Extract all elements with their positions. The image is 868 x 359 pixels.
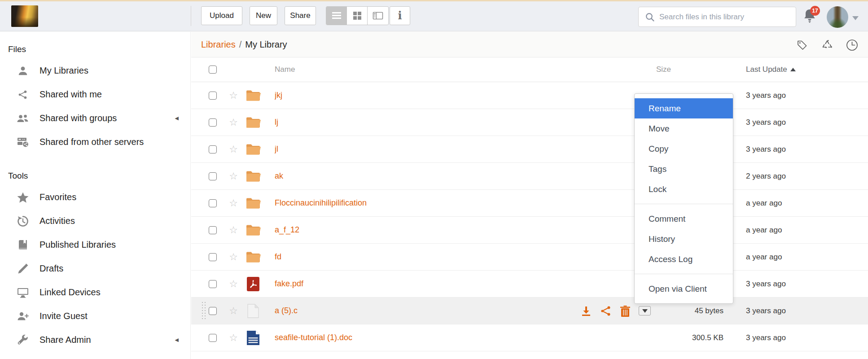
userplus-icon: [16, 311, 30, 322]
menu-item-lock[interactable]: Lock: [635, 179, 733, 199]
favorite-star-icon[interactable]: ☆: [228, 91, 238, 101]
menu-item-copy[interactable]: Copy: [635, 139, 733, 159]
row-checkbox[interactable]: [209, 253, 217, 261]
menu-item-history[interactable]: History: [635, 229, 733, 249]
main-content: Libraries / My Library: [191, 32, 868, 359]
row-checkbox[interactable]: [209, 172, 217, 180]
last-update: a year ago: [746, 226, 859, 235]
table-row[interactable]: ☆fake.pdf3 years ago: [191, 271, 868, 298]
row-checkbox[interactable]: [209, 307, 217, 315]
favorite-star-icon[interactable]: ☆: [228, 198, 238, 208]
menu-item-rename[interactable]: Rename: [635, 98, 733, 118]
upload-button[interactable]: Upload: [201, 6, 242, 25]
file-name-link[interactable]: jl: [275, 144, 656, 154]
column-header-name[interactable]: Name: [275, 65, 656, 74]
sidebar-item-shared-with-me[interactable]: Shared with me: [0, 83, 190, 106]
last-update: 3 years ago: [746, 145, 859, 154]
more-actions-toggle[interactable]: [639, 306, 651, 315]
sidebar-item-my-libraries[interactable]: My Libraries: [0, 59, 190, 83]
file-name-link[interactable]: ak: [275, 171, 656, 181]
new-button[interactable]: New: [250, 6, 277, 25]
row-checkbox[interactable]: [209, 226, 217, 234]
file-name-link[interactable]: seafile-tutorial (1).doc: [275, 333, 656, 342]
column-header-size[interactable]: Size: [656, 65, 723, 74]
sidebar-item-shared-from-other-servers[interactable]: Shared from other servers: [0, 130, 190, 154]
last-update: 3 years ago: [746, 118, 859, 127]
row-checkbox[interactable]: [209, 118, 217, 127]
favorite-star-icon[interactable]: ☆: [228, 225, 238, 235]
notifications-button[interactable]: 17: [802, 8, 822, 27]
table-row[interactable]: ☆a_f_12a year ago: [191, 217, 868, 244]
collapse-icon[interactable]: ◀: [175, 337, 179, 343]
detail-view-button[interactable]: [368, 7, 388, 25]
table-row[interactable]: ☆fda year ago: [191, 244, 868, 271]
table-row[interactable]: ☆a (5).c45 bytes3 years ago: [191, 298, 868, 324]
app-logo[interactable]: [11, 5, 38, 27]
table-row[interactable]: ☆jkj3 years ago: [191, 82, 868, 109]
row-checkbox[interactable]: [209, 280, 217, 288]
sidebar-item-published-libraries[interactable]: Published Libraries: [0, 233, 190, 257]
table-row[interactable]: ☆seafile-tutorial (1).doc300.5 KB3 years…: [191, 324, 868, 351]
file-name-link[interactable]: fd: [275, 252, 656, 262]
menu-divider: [635, 274, 733, 274]
column-header-last-update[interactable]: Last Update: [746, 65, 859, 74]
search-input[interactable]: [659, 13, 796, 22]
row-checkbox[interactable]: [209, 334, 217, 342]
breadcrumb-libraries-link[interactable]: Libraries: [201, 39, 236, 50]
sidebar-item-drafts[interactable]: Drafts: [0, 257, 190, 280]
menu-item-comment[interactable]: Comment: [635, 209, 733, 229]
download-icon[interactable]: [580, 305, 592, 317]
avatar[interactable]: [827, 6, 848, 28]
collapse-icon[interactable]: ◀: [175, 115, 179, 121]
favorite-star-icon[interactable]: ☆: [228, 333, 238, 343]
row-checkbox[interactable]: [209, 199, 217, 207]
favorite-star-icon[interactable]: ☆: [228, 171, 238, 181]
file-name-link[interactable]: lj: [275, 118, 656, 127]
menu-item-open-via-client[interactable]: Open via Client: [635, 279, 733, 299]
favorite-star-icon[interactable]: ☆: [228, 252, 238, 262]
file-name-link[interactable]: jkj: [275, 91, 656, 100]
tags-icon[interactable]: [796, 39, 808, 51]
sidebar-item-linked-devices[interactable]: Linked Devices: [0, 280, 190, 304]
select-all-checkbox[interactable]: [209, 66, 217, 74]
sidebar-item-shared-with-groups[interactable]: Shared with groups◀: [0, 106, 190, 130]
table-row[interactable]: ☆Floccinaucinihilipilificationa year ago: [191, 190, 868, 217]
trash-recycle-icon[interactable]: [821, 39, 833, 51]
table-row[interactable]: ☆jl3 years ago: [191, 136, 868, 163]
file-name-link[interactable]: Floccinaucinihilipilification: [275, 198, 656, 208]
file-name-link[interactable]: fake.pdf: [275, 279, 656, 289]
favorite-star-icon[interactable]: ☆: [228, 144, 238, 154]
file-name-link[interactable]: a (5).c: [275, 306, 580, 315]
share-icon[interactable]: [600, 305, 612, 317]
share-icon: [16, 89, 30, 100]
view-mode-group: [326, 6, 389, 25]
grid-view-button[interactable]: [347, 7, 368, 25]
table-row[interactable]: ☆ak2 years ago: [191, 163, 868, 190]
delete-icon[interactable]: [620, 305, 631, 317]
favorite-star-icon[interactable]: ☆: [228, 118, 238, 127]
menu-item-access-log[interactable]: Access Log: [635, 249, 733, 269]
list-view-button[interactable]: [326, 7, 347, 25]
sidebar-item-activities[interactable]: Activities: [0, 209, 190, 233]
menu-item-tags[interactable]: Tags: [635, 159, 733, 179]
account-caret-icon[interactable]: [852, 16, 859, 20]
history-clock-icon[interactable]: [846, 39, 858, 51]
notification-badge: 17: [810, 6, 820, 16]
sidebar-item-favorites[interactable]: Favorites: [0, 185, 190, 209]
sidebar-item-label: Shared with me: [39, 89, 102, 100]
file-name-link[interactable]: a_f_12: [275, 225, 656, 235]
table-row[interactable]: ☆lj3 years ago: [191, 109, 868, 136]
sidebar-item-invite-guest[interactable]: Invite Guest: [0, 304, 190, 328]
favorite-star-icon[interactable]: ☆: [228, 306, 238, 316]
drag-handle[interactable]: [200, 298, 209, 324]
sidebar-item-share-admin[interactable]: Share Admin◀: [0, 328, 190, 352]
row-handle-spacer: [200, 136, 209, 162]
row-checkbox[interactable]: [209, 145, 217, 153]
share-button[interactable]: Share: [285, 6, 316, 25]
menu-item-move[interactable]: Move: [635, 118, 733, 139]
info-button[interactable]: i: [390, 6, 410, 25]
row-checkbox[interactable]: [209, 92, 217, 100]
folder-icon: [245, 251, 261, 263]
file-icon: [245, 303, 261, 319]
favorite-star-icon[interactable]: ☆: [228, 279, 238, 289]
